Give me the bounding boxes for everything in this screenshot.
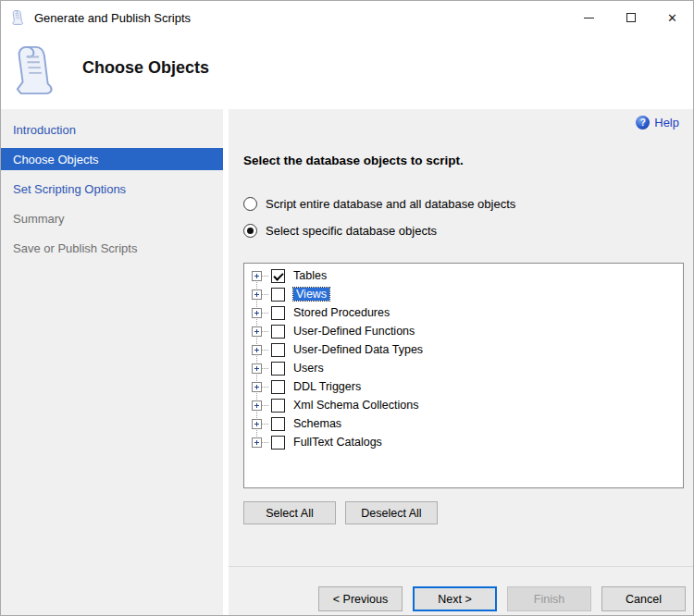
footer-divider — [229, 566, 694, 567]
tree-item-label[interactable]: Schemas — [293, 417, 341, 430]
radio-selected-icon — [243, 224, 257, 238]
tree-connector — [262, 276, 268, 277]
tree-connector — [262, 331, 268, 332]
tree-row-xml-schema-collections: Xml Schema Collections — [244, 396, 683, 414]
expand-plus-icon[interactable] — [252, 437, 262, 448]
tree-connector — [262, 313, 268, 314]
close-icon: ✕ — [667, 12, 677, 24]
tree-row-tables: Tables — [244, 266, 683, 285]
tree-item-label[interactable]: Stored Procedures — [293, 306, 390, 319]
checkbox-views[interactable] — [271, 288, 285, 302]
sidebar-item-label: Set Scripting Options — [13, 182, 126, 196]
tree-connector — [262, 350, 268, 351]
checkbox-user-defined-functions[interactable] — [271, 325, 285, 339]
radio-script-entire-database[interactable]: Script entire database and all database … — [243, 197, 515, 211]
wizard-footer: < Previous Next > Finish Cancel — [229, 586, 694, 611]
minimize-icon — [584, 18, 594, 18]
tree-row-fulltext-catalogs: FullText Catalogs — [244, 433, 683, 451]
select-all-button[interactable]: Select All — [243, 501, 336, 524]
tree-row-views: Views — [244, 285, 683, 303]
radio-label: Select specific database objects — [266, 224, 437, 238]
expand-plus-icon[interactable] — [252, 400, 262, 411]
checkbox-stored-procedures[interactable] — [271, 306, 285, 320]
help-icon: ? — [636, 116, 650, 129]
expand-plus-icon[interactable] — [252, 308, 262, 318]
close-button[interactable]: ✕ — [651, 1, 693, 34]
expand-plus-icon[interactable] — [252, 382, 262, 392]
tree-item-label[interactable]: Views — [293, 288, 329, 301]
title-bar: Generate and Publish Scripts ✕ — [1, 1, 693, 34]
checkbox-users[interactable] — [271, 362, 285, 376]
sidebar-item-label: Introduction — [13, 123, 76, 137]
tree-item-label[interactable]: User-Defined Functions — [293, 325, 415, 338]
cancel-button[interactable]: Cancel — [601, 586, 686, 611]
tree-connector — [262, 294, 268, 295]
wizard-steps-sidebar: Introduction Choose Objects Set Scriptin… — [1, 109, 223, 615]
tree-row-schemas: Schemas — [244, 414, 683, 433]
script-scroll-icon-large — [12, 42, 66, 99]
sidebar-item-set-scripting-options[interactable]: Set Scripting Options — [1, 178, 223, 200]
tree-row-user-defined-data-types: User-Defined Data Types — [244, 340, 683, 359]
maximize-button[interactable] — [610, 1, 651, 34]
checkbox-tables[interactable] — [271, 269, 285, 283]
tree-row-user-defined-functions: User-Defined Functions — [244, 322, 683, 340]
sidebar-item-choose-objects[interactable]: Choose Objects — [1, 148, 223, 170]
checkbox-schemas[interactable] — [271, 417, 285, 431]
previous-button[interactable]: < Previous — [318, 586, 403, 611]
wizard-window: Generate and Publish Scripts ✕ Choose Ob… — [0, 0, 694, 616]
radio-label: Script entire database and all database … — [266, 197, 515, 211]
tree-item-label[interactable]: Users — [293, 362, 324, 375]
tree-row-stored-procedures: Stored Procedures — [244, 303, 683, 322]
database-objects-tree: Tables Views Stored Procedures User-Defi… — [243, 263, 684, 488]
wizard-header: Choose Objects — [1, 34, 693, 109]
expand-plus-icon[interactable] — [252, 419, 262, 429]
checkbox-ddl-triggers[interactable] — [271, 380, 285, 394]
tree-item-label[interactable]: Xml Schema Collections — [293, 399, 418, 412]
checkbox-xml-schema-collections[interactable] — [271, 399, 285, 413]
sidebar-item-introduction[interactable]: Introduction — [1, 118, 223, 141]
expand-plus-icon[interactable] — [252, 326, 262, 337]
checkbox-user-defined-data-types[interactable] — [271, 343, 285, 357]
tree-item-label[interactable]: FullText Catalogs — [293, 436, 382, 449]
expand-plus-icon[interactable] — [252, 345, 262, 355]
radio-unselected-icon — [243, 197, 257, 211]
help-link[interactable]: ? Help — [636, 116, 679, 129]
sidebar-item-label: Save or Publish Scripts — [13, 241, 137, 255]
sidebar-item-label: Choose Objects — [13, 153, 99, 166]
script-scroll-icon — [11, 9, 27, 26]
tree-connector — [262, 405, 268, 406]
maximize-icon — [626, 13, 636, 22]
tree-row-users: Users — [244, 359, 683, 377]
deselect-all-button[interactable]: Deselect All — [345, 501, 438, 524]
tree-item-label[interactable]: DDL Triggers — [293, 380, 361, 393]
wizard-content: ? Help Select the database objects to sc… — [229, 109, 694, 615]
tree-rows: Tables Views Stored Procedures User-Defi… — [244, 264, 683, 451]
checkbox-fulltext-catalogs[interactable] — [271, 436, 285, 450]
tree-item-label[interactable]: Tables — [293, 269, 327, 282]
radio-select-specific-objects[interactable]: Select specific database objects — [243, 224, 437, 238]
instruction-text: Select the database objects to script. — [243, 154, 464, 167]
expand-plus-icon[interactable] — [252, 290, 262, 300]
sidebar-item-label: Summary — [13, 212, 65, 226]
tree-row-ddl-triggers: DDL Triggers — [244, 377, 683, 396]
caption-buttons: ✕ — [568, 1, 693, 34]
tree-connector — [262, 424, 268, 425]
minimize-button[interactable] — [568, 1, 610, 34]
next-button[interactable]: Next > — [413, 586, 497, 611]
finish-button: Finish — [507, 586, 591, 611]
expand-plus-icon[interactable] — [252, 271, 262, 281]
sidebar-item-save-or-publish[interactable]: Save or Publish Scripts — [1, 237, 223, 259]
sidebar-item-summary[interactable]: Summary — [1, 207, 223, 229]
tree-connector — [262, 387, 268, 388]
help-label: Help — [654, 116, 679, 129]
tree-item-label[interactable]: User-Defined Data Types — [293, 343, 423, 356]
page-title: Choose Objects — [82, 58, 209, 78]
window-title: Generate and Publish Scripts — [34, 11, 191, 25]
expand-plus-icon[interactable] — [252, 363, 262, 374]
tree-connector — [262, 368, 268, 369]
tree-connector — [262, 442, 268, 443]
